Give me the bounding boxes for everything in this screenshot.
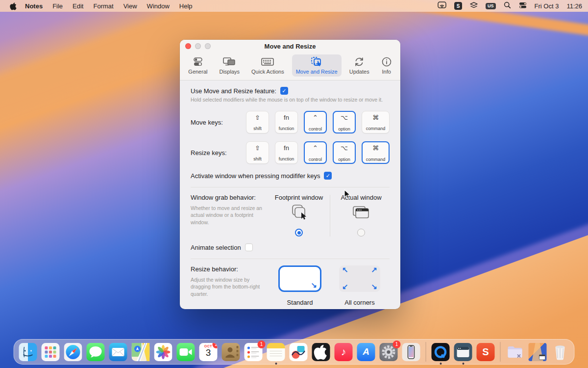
screen-mirroring-icon[interactable] [438,1,446,10]
dock-notes[interactable] [267,343,285,361]
arrow-up-left-icon: ↖ [342,265,348,274]
menu-item-file[interactable]: File [48,2,68,10]
key-control[interactable]: ⌃control [304,111,327,133]
dock-quicktime[interactable] [432,343,450,361]
dock: 2 OCT 3 1 tv ♪ A 1 [14,339,575,365]
key-shift[interactable]: ⇧shift [246,111,269,133]
dock-minimized-window[interactable] [529,343,547,361]
arrow-down-right-icon: ↘ [311,281,317,289]
move-resize-icon [311,56,322,68]
dock-finder[interactable] [19,343,37,361]
dock-appstore[interactable]: A [357,343,375,361]
control-center-icon[interactable] [519,2,527,10]
animate-checkbox[interactable] [245,243,253,251]
animate-label: Animate selection [191,244,241,251]
resize-behavior-label: Resize behavior: [191,265,270,273]
footprint-label: Footprint window [275,194,323,201]
input-source-badge[interactable]: US [486,3,496,9]
running-indicator [462,363,464,365]
tab-displays[interactable]: Displays [215,54,244,77]
standard-option[interactable]: ↘ Standard [270,265,330,306]
tab-quick-actions[interactable]: Quick Actions [247,54,288,77]
settings-window: Move and Resize General Displays [180,40,400,309]
tab-label: Updates [349,69,369,75]
key-option[interactable]: ⌥option [333,111,356,133]
tab-updates[interactable]: Updates [345,54,373,77]
dock-calendar[interactable]: 2 OCT 3 [199,343,218,361]
dock-system-settings[interactable]: 1 [380,343,398,361]
actual-window-option[interactable]: Actual window [331,194,391,237]
dock-freeform[interactable] [290,343,308,361]
notification-badge: 1 [393,341,401,348]
dock-contacts[interactable] [222,343,240,361]
zoom-button[interactable] [205,43,211,49]
spotlight-icon[interactable] [504,1,511,10]
dock-trash[interactable] [551,343,569,361]
key-option[interactable]: ⌥option [333,141,356,164]
dock-safari[interactable] [64,343,82,361]
menu-item-edit[interactable]: Edit [68,2,88,10]
layers-icon[interactable] [470,2,478,10]
dock-reminders[interactable]: 1 [245,343,263,361]
all-corners-resize-box: ↖ ↗ ↙ ↘ [339,265,380,292]
menu-item-view[interactable]: View [119,2,142,10]
key-control[interactable]: ⌃control [304,141,327,164]
dock-maps[interactable] [132,343,150,361]
close-button[interactable] [185,43,191,49]
dock-mail[interactable] [109,343,127,361]
dock-photos[interactable] [154,343,172,361]
all-corners-label: All corners [344,299,374,306]
status-app-s-icon[interactable]: S [454,2,462,10]
tab-label: General [188,69,207,75]
menu-time[interactable]: 11:26 [566,2,582,10]
menu-item-app[interactable]: Notes [20,2,48,10]
dock-s-app[interactable]: S [477,343,495,361]
actual-window-icon [351,204,371,223]
dock-iphone-mirroring[interactable] [402,343,420,361]
notification-badge: 1 [258,341,266,348]
title-bar[interactable]: Move and Resize [180,42,400,52]
divider [191,187,390,187]
footprint-radio[interactable] [295,229,303,237]
menu-item-format[interactable]: Format [88,2,118,10]
arrow-down-right-icon: ↘ [371,282,377,291]
tab-move-and-resize[interactable]: Move and Resize [292,54,342,77]
menu-date[interactable]: Fri Oct 3 [535,2,559,10]
activate-row: Activate window when pressing modififer … [191,172,390,180]
actual-window-radio[interactable] [357,229,365,237]
activate-checkbox[interactable]: ✓ [324,172,332,180]
use-feature-hint: Hold selected modifiers while the mouse … [191,96,390,103]
dock-separator [500,342,501,362]
key-function[interactable]: fnfunction [275,111,298,133]
running-indicator [275,363,277,365]
all-corners-option[interactable]: ↖ ↗ ↙ ↘ All corners [330,265,390,306]
key-shift[interactable]: ⇧shift [246,141,269,164]
dock-appletv[interactable]: tv [312,343,330,361]
grab-behavior-row: Window grab behavior: Whether to move an… [191,194,390,237]
menu-item-window[interactable]: Window [142,2,174,10]
use-feature-checkbox[interactable]: ✓ [280,87,288,95]
tab-label: Info [382,69,391,75]
dock-facetime[interactable] [177,343,195,361]
grab-label: Window grab behavior: [191,194,269,201]
minimize-button[interactable] [195,43,201,49]
dock-launchpad[interactable] [42,343,60,361]
dock-downloads-folder[interactable] [506,343,524,361]
move-keys-label: Move keys: [191,119,223,126]
window-title: Move and Resize [180,42,400,51]
apple-menu-icon[interactable] [10,2,17,10]
key-command[interactable]: ⌘command [362,141,390,164]
displays-icon [223,56,236,68]
footprint-option[interactable]: Footprint window [269,194,329,237]
dock-music[interactable]: ♪ [335,343,353,361]
dock-separator [426,342,426,362]
window-chrome: Move and Resize General Displays [180,40,400,80]
key-command[interactable]: ⌘command [362,111,390,133]
resize-keys-label: Resize keys: [191,149,227,157]
dock-move-resize-app[interactable] [454,343,472,361]
tab-general[interactable]: General [184,54,211,77]
tab-info[interactable]: Info [377,54,396,77]
menu-item-help[interactable]: Help [174,2,197,10]
key-function[interactable]: fnfunction [275,141,298,164]
dock-messages[interactable] [87,343,105,361]
